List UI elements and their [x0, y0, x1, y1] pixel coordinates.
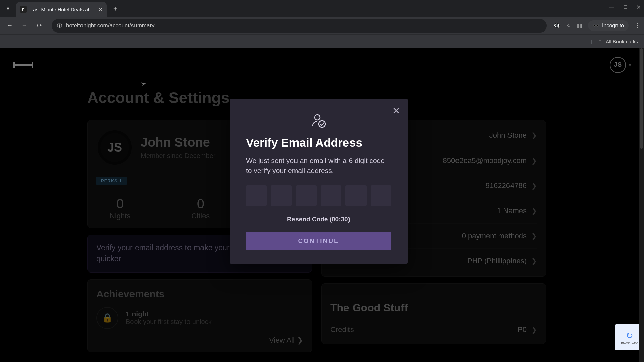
incognito-indicator[interactable]: 🕶️ Incognito	[588, 20, 629, 31]
code-digit-1[interactable]: —	[246, 185, 267, 206]
browser-tab[interactable]: h Last Minute Hotel Deals at Gre ✕	[16, 2, 107, 17]
tab-search-dropdown[interactable]: ▾	[0, 1, 16, 16]
modal-title: Verify Email Address	[246, 136, 391, 149]
recaptcha-label: reCAPTCHA	[621, 341, 638, 344]
vertical-scrollbar[interactable]	[639, 48, 644, 362]
code-digit-4[interactable]: —	[321, 185, 341, 206]
window-minimize-icon[interactable]: —	[609, 4, 614, 10]
bookmarks-separator: |	[591, 39, 592, 44]
code-digit-2[interactable]: —	[271, 185, 291, 206]
bookmarks-folder-icon: 🗀	[598, 39, 603, 44]
incognito-icon: 🕶️	[593, 22, 599, 29]
chrome-menu-icon[interactable]: ⋮	[635, 22, 640, 29]
svg-point-1	[319, 121, 325, 127]
tab-close-icon[interactable]: ✕	[98, 6, 103, 13]
modal-body: We just sent you an email with a 6 digit…	[246, 156, 391, 176]
code-digit-6[interactable]: —	[371, 185, 391, 206]
favicon-icon: h	[20, 6, 27, 13]
back-button[interactable]: ←	[4, 20, 15, 32]
modal-close-button[interactable]: ✕	[392, 105, 400, 116]
window-controls: — □ ✕	[609, 4, 641, 10]
forward-button[interactable]: →	[19, 20, 30, 32]
resend-code-button[interactable]: Resend Code (00:30)	[246, 216, 391, 223]
page-viewport: JS ▾ Account & Settings JS John	[0, 48, 644, 362]
tab-title: Last Minute Hotel Deals at Gre	[30, 7, 95, 12]
address-bar[interactable]: ⓘ hoteltonight.com/account/summary	[52, 19, 547, 33]
side-panel-icon[interactable]: ▥	[577, 22, 582, 29]
verify-email-modal: ✕ Verify Email Address We just sent you …	[230, 99, 408, 264]
recaptcha-icon: ↻	[626, 330, 633, 341]
window-close-icon[interactable]: ✕	[636, 4, 641, 10]
scrollbar-thumb[interactable]	[640, 48, 643, 149]
user-verify-icon	[246, 113, 391, 129]
bookmarks-bar: | 🗀 All Bookmarks	[0, 34, 644, 48]
window-maximize-icon[interactable]: □	[624, 4, 627, 10]
incognito-label: Incognito	[602, 23, 624, 29]
svg-point-0	[315, 115, 320, 120]
all-bookmarks-button[interactable]: All Bookmarks	[606, 39, 638, 44]
tracking-off-icon[interactable]: 👁️‍🗨️	[553, 22, 560, 29]
code-input-group: — — — — — —	[246, 185, 391, 206]
code-digit-5[interactable]: —	[345, 185, 366, 206]
continue-button[interactable]: CONTINUE	[246, 232, 391, 250]
reload-button[interactable]: ⟳	[34, 20, 45, 32]
code-digit-3[interactable]: —	[296, 185, 317, 206]
bookmark-star-icon[interactable]: ☆	[566, 22, 571, 29]
browser-tab-strip: ▾ h Last Minute Hotel Deals at Gre ✕ ＋ —…	[0, 0, 644, 17]
new-tab-button[interactable]: ＋	[109, 2, 121, 14]
url-text: hoteltonight.com/account/summary	[66, 22, 155, 29]
site-info-icon[interactable]: ⓘ	[57, 22, 62, 29]
browser-toolbar: ← → ⟳ ⓘ hoteltonight.com/account/summary…	[0, 17, 644, 34]
